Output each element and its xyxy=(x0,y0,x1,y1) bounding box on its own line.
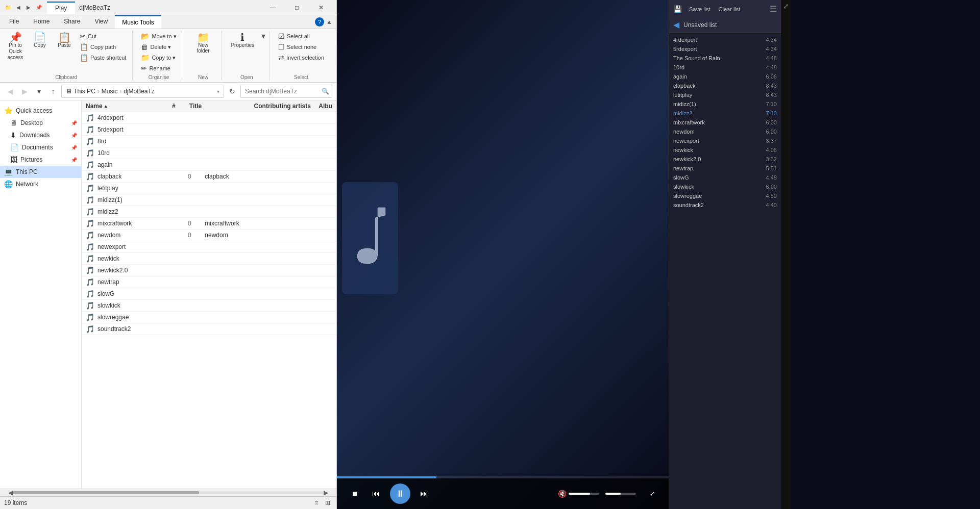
maximize-button[interactable]: □ xyxy=(285,0,308,15)
playlist-item[interactable]: newtrap 5:51 xyxy=(669,164,781,173)
copy-to-button[interactable]: 📁 Copy to ▾ xyxy=(139,53,178,63)
table-row[interactable]: 🎵 newkick2.0 xyxy=(82,265,336,276)
prev-button[interactable]: ⏮ xyxy=(369,486,384,501)
sidebar-item-pictures[interactable]: 🖼 Pictures 📌 xyxy=(0,154,81,166)
breadcrumb-item-music[interactable]: Music xyxy=(102,88,117,95)
sidebar-item-quickaccess[interactable]: ⭐ Quick access xyxy=(0,105,81,117)
search-box[interactable]: 🔍 xyxy=(240,85,332,98)
col-header-artists[interactable]: Contributing artists xyxy=(254,103,319,110)
play-pause-button[interactable]: ⏸ xyxy=(390,483,410,504)
table-row[interactable]: 🎵 newtrap xyxy=(82,276,336,288)
dropdown-button[interactable]: ▾ xyxy=(33,85,45,97)
table-row[interactable]: 🎵 midizz2 xyxy=(82,206,336,218)
invert-selection-button[interactable]: ⇄ Invert selection xyxy=(276,53,326,63)
up-button[interactable]: ↑ xyxy=(47,85,59,97)
sidebar-item-desktop[interactable]: 🖥 Desktop 📌 xyxy=(0,117,81,129)
refresh-button[interactable]: ↻ xyxy=(226,85,238,97)
volume-track[interactable] xyxy=(569,493,599,495)
table-row[interactable]: 🎵 letitplay xyxy=(82,183,336,194)
stop-button[interactable]: ■ xyxy=(347,486,362,501)
col-header-num[interactable]: # xyxy=(172,103,189,110)
table-row[interactable]: 🎵 10rd xyxy=(82,147,336,159)
fullscreen-button[interactable]: ⤢ xyxy=(646,488,658,500)
ribbon-tab-home[interactable]: Home xyxy=(26,15,57,29)
maximize-icon[interactable]: ⤢ xyxy=(783,2,789,10)
playlist-item[interactable]: 10rd 4:48 xyxy=(669,63,781,72)
playlist-item[interactable]: newkick2.0 3:32 xyxy=(669,155,781,164)
col-header-name[interactable]: Name ▲ xyxy=(86,103,172,110)
paste-shortcut-button[interactable]: 📋 Paste shortcut xyxy=(78,53,128,63)
playlist-item[interactable]: slowreggae 4:50 xyxy=(669,191,781,200)
playlist-item[interactable]: clapback 8:43 xyxy=(669,81,781,90)
search-input[interactable] xyxy=(245,88,322,95)
ribbon-tab-file[interactable]: File xyxy=(2,15,26,29)
playlist-item[interactable]: slowG 4:48 xyxy=(669,173,781,182)
details-view-button[interactable]: ≡ xyxy=(312,498,321,507)
help-button[interactable]: ? xyxy=(315,17,324,27)
minimize-button[interactable]: — xyxy=(261,0,284,15)
large-icons-button[interactable]: ⊞ xyxy=(323,498,332,507)
table-row[interactable]: 🎵 8rd xyxy=(82,136,336,147)
playlist-item[interactable]: mixcraftwork 6:00 xyxy=(669,118,781,127)
table-row[interactable]: 🎵 mixcraftwork 0 mixcraftwork xyxy=(82,218,336,230)
open-expand-btn[interactable]: ▾ xyxy=(261,31,265,41)
properties-button[interactable]: ℹ Properties xyxy=(228,31,257,49)
sidebar-item-thispc[interactable]: 💻 This PC xyxy=(0,166,81,178)
table-row[interactable]: 🎵 newexport xyxy=(82,241,336,253)
playlist-menu-btn[interactable]: ☰ xyxy=(770,4,777,14)
playlist-item[interactable]: 5rdexport 4:34 xyxy=(669,44,781,54)
copy-button[interactable]: 📄 Copy xyxy=(29,31,51,49)
playlist-back-button[interactable]: ◀ xyxy=(673,20,679,30)
table-row[interactable]: 🎵 slowkick xyxy=(82,300,336,312)
table-row[interactable]: 🎵 4rdexport xyxy=(82,112,336,124)
table-row[interactable]: 🎵 slowreggae xyxy=(82,312,336,323)
select-none-button[interactable]: ☐ Select none xyxy=(276,42,326,52)
back-icon[interactable]: ◀ xyxy=(14,4,22,12)
select-all-button[interactable]: ☑ Select all xyxy=(276,31,326,41)
rename-button[interactable]: ✏ Rename xyxy=(139,63,178,73)
table-row[interactable]: 🎵 clapback 0 clapback xyxy=(82,171,336,183)
delete-button[interactable]: 🗑 Delete ▾ xyxy=(139,42,178,52)
cut-button[interactable]: ✂ Cut xyxy=(78,31,128,41)
breadcrumb-item-folder[interactable]: djMoBeaTz xyxy=(124,88,155,95)
playlist-item[interactable]: 4rdexport 4:34 xyxy=(669,35,781,44)
forward-icon[interactable]: ▶ xyxy=(24,4,33,12)
playlist-item[interactable]: midizz2 7:10 xyxy=(669,109,781,118)
breadcrumb-item-computer[interactable]: 🖥 This PC xyxy=(66,88,95,95)
next-button[interactable]: ⏭ xyxy=(416,486,432,501)
table-row[interactable]: 🎵 soundtrack2 xyxy=(82,323,336,335)
table-row[interactable]: 🎵 newdom 0 newdom xyxy=(82,230,336,241)
playlist-item[interactable]: slowkick 6:00 xyxy=(669,182,781,191)
sidebar-item-documents[interactable]: 📄 Documents 📌 xyxy=(0,141,81,154)
playlist-item[interactable]: The Sound of Rain 4:48 xyxy=(669,54,781,63)
scrollbar-thumb[interactable] xyxy=(13,491,199,494)
playlist-item[interactable]: newkick 4:06 xyxy=(669,145,781,155)
playlist-item[interactable]: newexport 3:37 xyxy=(669,136,781,145)
scroll-right-btn[interactable]: ▶ xyxy=(324,489,328,496)
col-header-album[interactable]: Albu xyxy=(318,103,332,110)
col-header-title[interactable]: Title xyxy=(189,103,254,110)
ribbon-tab-view[interactable]: View xyxy=(87,15,115,29)
playlist-item[interactable]: letitplay 8:43 xyxy=(669,90,781,99)
clear-list-button[interactable]: Clear list xyxy=(716,5,744,14)
move-to-button[interactable]: 📂 Move to ▾ xyxy=(139,31,178,41)
copy-path-button[interactable]: 📋 Copy path xyxy=(78,42,128,52)
ribbon-tab-share[interactable]: Share xyxy=(57,15,87,29)
file-icon[interactable]: 📁 xyxy=(4,4,12,12)
back-button[interactable]: ◀ xyxy=(4,85,16,97)
new-folder-button[interactable]: 📁 New folder xyxy=(189,31,217,55)
ribbon-tab-musictools[interactable]: Music Tools xyxy=(115,15,161,29)
forward-button[interactable]: ▶ xyxy=(18,85,31,97)
pin-quick-access-button[interactable]: 📌 Pin to Quickaccess xyxy=(4,31,27,62)
horizontal-scrollbar[interactable]: ◀ ▶ xyxy=(0,489,336,496)
scroll-left-btn[interactable]: ◀ xyxy=(8,489,13,496)
playlist-item[interactable]: soundtrack2 4:40 xyxy=(669,200,781,210)
pin-icon[interactable]: 📌 xyxy=(35,4,43,12)
breadcrumb[interactable]: 🖥 This PC › Music › djMoBeaTz ▾ xyxy=(61,85,224,98)
table-row[interactable]: 🎵 slowG xyxy=(82,288,336,300)
sidebar-item-downloads[interactable]: ⬇ Downloads 📌 xyxy=(0,129,81,141)
secondary-slider[interactable] xyxy=(605,493,636,495)
save-list-button[interactable]: Save list xyxy=(686,5,714,14)
playlist-item[interactable]: midizz(1) 7:10 xyxy=(669,99,781,109)
sidebar-item-network[interactable]: 🌐 Network xyxy=(0,178,81,190)
